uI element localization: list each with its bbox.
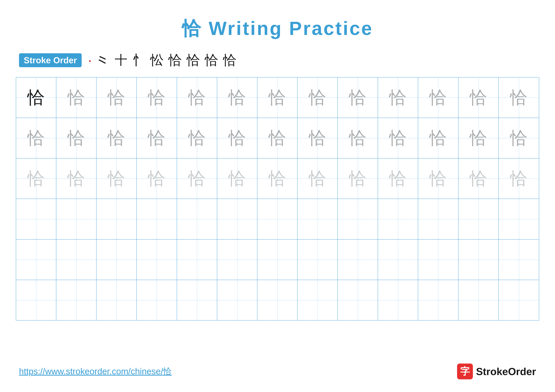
grid-cell[interactable] — [56, 240, 96, 280]
character-display: 恰 — [188, 170, 206, 187]
grid-cell[interactable]: 恰 — [177, 78, 217, 118]
grid-cell[interactable] — [418, 240, 458, 280]
grid-cell[interactable]: 恰 — [338, 78, 378, 118]
grid-cell[interactable] — [499, 280, 539, 320]
grid-cell[interactable]: 恰 — [16, 78, 56, 118]
grid-cell[interactable] — [499, 199, 539, 239]
grid-cell[interactable] — [338, 240, 378, 280]
grid-cell[interactable]: 恰 — [217, 158, 257, 199]
grid-cell[interactable]: 恰 — [56, 78, 96, 118]
grid-row-4 — [16, 199, 539, 239]
grid-cell[interactable]: 恰 — [96, 78, 137, 118]
grid-cell[interactable]: 恰 — [16, 158, 56, 199]
grid-cell[interactable]: 恰 — [177, 158, 217, 199]
grid-cell[interactable]: 恰 — [459, 118, 499, 158]
grid-cell[interactable] — [338, 199, 378, 239]
grid-cell[interactable]: 恰 — [257, 78, 298, 118]
grid-cell[interactable] — [16, 280, 56, 320]
grid-cell[interactable] — [137, 240, 177, 280]
character-display: 恰 — [27, 89, 45, 106]
character-display: 恰 — [108, 170, 125, 187]
grid-cell[interactable] — [459, 199, 499, 239]
stroke-2: ⺀ — [96, 51, 110, 69]
grid-cell[interactable]: 恰 — [418, 158, 458, 199]
grid-cell[interactable]: 恰 — [418, 78, 458, 118]
stroke-8: 恰 — [205, 51, 218, 69]
grid-cell[interactable] — [257, 240, 298, 280]
stroke-order-section: Stroke Order · ⺀ ⼗ 忄 忪 恰 恰 恰 恰 — [0, 51, 555, 69]
character-display: 恰 — [309, 170, 326, 187]
grid-cell[interactable]: 恰 — [56, 158, 96, 199]
grid-cell[interactable] — [298, 280, 338, 320]
grid-cell[interactable]: 恰 — [459, 158, 499, 199]
grid-cell[interactable]: 恰 — [499, 158, 539, 199]
grid-cell[interactable] — [137, 280, 177, 320]
grid-cell[interactable]: 恰 — [137, 158, 177, 199]
character-display: 恰 — [429, 170, 447, 187]
grid-cell[interactable] — [217, 199, 257, 239]
character-display: 恰 — [27, 129, 45, 147]
grid-cell[interactable]: 恰 — [96, 158, 137, 199]
grid-cell[interactable] — [298, 199, 338, 239]
grid-cell[interactable] — [378, 280, 418, 320]
grid-cell[interactable]: 恰 — [217, 118, 257, 158]
grid-cell[interactable]: 恰 — [56, 118, 96, 158]
grid-cell[interactable] — [378, 240, 418, 280]
grid-cell[interactable] — [298, 240, 338, 280]
page-title: 恰 Writing Practice — [0, 0, 555, 51]
grid-cell[interactable] — [418, 199, 458, 239]
grid-cell[interactable] — [96, 280, 137, 320]
grid-cell[interactable] — [16, 199, 56, 239]
grid-cell[interactable]: 恰 — [459, 78, 499, 118]
grid-cell[interactable]: 恰 — [137, 118, 177, 158]
grid-cell[interactable] — [56, 199, 96, 239]
grid-cell[interactable]: 恰 — [338, 158, 378, 199]
grid-cell[interactable]: 恰 — [298, 118, 338, 158]
grid-cell[interactable] — [96, 240, 137, 280]
grid-cell[interactable]: 恰 — [378, 118, 418, 158]
character-display: 恰 — [510, 129, 527, 147]
grid-cell[interactable]: 恰 — [378, 158, 418, 199]
grid-cell[interactable]: 恰 — [257, 158, 298, 199]
character-display: 恰 — [188, 129, 206, 147]
grid-cell[interactable] — [418, 280, 458, 320]
grid-cell[interactable] — [137, 199, 177, 239]
grid-cell[interactable] — [257, 280, 298, 320]
grid-cell[interactable]: 恰 — [499, 118, 539, 158]
grid-cell[interactable] — [177, 240, 217, 280]
stroke-4: 忄 — [132, 51, 146, 69]
grid-cell[interactable] — [16, 240, 56, 280]
grid-cell[interactable] — [96, 199, 137, 239]
character-display: 恰 — [67, 89, 85, 106]
grid-cell[interactable]: 恰 — [298, 158, 338, 199]
grid-cell[interactable] — [177, 199, 217, 239]
grid-cell[interactable]: 恰 — [418, 118, 458, 158]
grid-cell[interactable]: 恰 — [137, 78, 177, 118]
grid-cell[interactable]: 恰 — [16, 118, 56, 158]
grid-cell[interactable] — [338, 280, 378, 320]
strokeorder-logo-text: StrokeOrder — [476, 366, 536, 378]
grid-cell[interactable] — [459, 240, 499, 280]
grid-row-1: 恰 恰 恰 恰 恰 恰 恰 恰 恰 恰 恰 恰 恰 — [16, 78, 539, 118]
grid-cell[interactable] — [217, 240, 257, 280]
grid-cell[interactable]: 恰 — [378, 78, 418, 118]
grid-cell[interactable] — [56, 280, 96, 320]
footer-url-link[interactable]: https://www.strokeorder.com/chinese/恰 — [19, 366, 172, 377]
stroke-9: 恰 — [223, 51, 236, 69]
grid-cell[interactable] — [217, 280, 257, 320]
grid-cell[interactable]: 恰 — [499, 78, 539, 118]
grid-cell[interactable] — [499, 240, 539, 280]
grid-cell[interactable]: 恰 — [177, 118, 217, 158]
character-display: 恰 — [429, 89, 447, 106]
grid-cell[interactable]: 恰 — [338, 118, 378, 158]
grid-cell[interactable]: 恰 — [257, 118, 298, 158]
grid-cell[interactable] — [257, 199, 298, 239]
grid-cell[interactable] — [177, 280, 217, 320]
character-display: 恰 — [349, 89, 366, 106]
character-display: 恰 — [309, 129, 326, 147]
grid-cell[interactable] — [459, 280, 499, 320]
grid-cell[interactable] — [378, 199, 418, 239]
grid-cell[interactable]: 恰 — [298, 78, 338, 118]
grid-cell[interactable]: 恰 — [96, 118, 137, 158]
grid-cell[interactable]: 恰 — [217, 78, 257, 118]
